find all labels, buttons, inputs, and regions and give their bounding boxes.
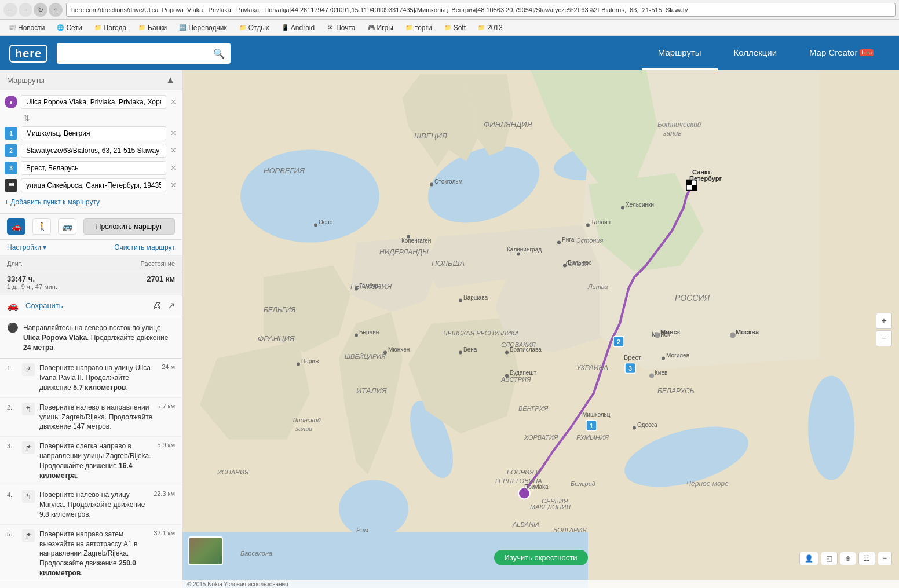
waypoint-close-1[interactable]: × [170,128,177,138]
svg-point-103 [563,264,567,268]
direction-item-5[interactable]: 6. ↑ Держитесь левой стороны в направлен… [0,583,182,588]
waypoint-close-2[interactable]: × [170,145,177,156]
svg-text:Петербург: Петербург [689,175,722,182]
bookmark-item-отдых[interactable]: 📁Отдых [235,23,273,33]
waypoint-row-4: ⛿ × [5,178,177,192]
bookmark-item-soft[interactable]: 📁Soft [440,23,469,33]
direction-dist-2: 5.9 км [157,441,175,448]
share-button[interactable]: ↗ [167,300,175,311]
waypoint-close-0[interactable]: × [170,97,177,107]
waypoint-input-0[interactable] [21,95,166,109]
bookmark-icon: 📁 [138,24,146,32]
nav-item-map creator[interactable]: Map Creatorbeta [793,36,890,70]
map-area[interactable]: 1 2 3 Санкт- Петербург Минск [182,70,899,588]
map-type-button[interactable]: ☷ [858,552,875,565]
collapse-button[interactable]: ▲ [166,75,175,85]
direction-item-0[interactable]: 1. ↱ Поверните направо на улицу Ulica Iv… [0,359,182,397]
nav-item-маршруты[interactable]: Маршруты [642,36,718,70]
bookmark-item-игры[interactable]: 🎮Игры [364,23,397,33]
compass-button[interactable]: ⊕ [840,552,856,565]
zoom-out-button[interactable]: − [876,330,892,346]
settings-link[interactable]: Настройки ▾ [7,243,46,251]
direction-item-3[interactable]: 4. ↰ Поверните налево на улицу Murvica. … [0,485,182,524]
svg-rect-19 [692,185,697,191]
start-instruction-text: Направляйтесь на северо-восток по улице … [23,323,175,352]
bookmark-item-новости[interactable]: 📰Новости [5,23,48,33]
route-options: 🚗 🚶 🚌 Проложить маршрут [0,214,182,240]
save-link[interactable]: Сохранить [25,301,63,310]
swap-button[interactable]: ⇅ [21,112,32,124]
route-actions: Настройки ▾ Очистить маршрут [0,240,182,255]
waypoint-input-3[interactable] [21,161,166,175]
svg-point-99 [633,426,636,430]
svg-text:РУМЫНИЯ: РУМЫНИЯ [576,434,609,441]
search-input[interactable] [63,49,213,58]
add-waypoint-link[interactable]: + Добавить пункт к маршруту [5,196,177,209]
waypoint-num-icon-1: 1 [5,127,17,140]
clear-route-link[interactable]: Очистить маршрут [114,243,175,251]
direction-dist-4: 32.1 км [154,529,175,536]
here-header: here 🔍 МаршрутыКоллекцииMap Creatorbeta [0,36,899,70]
bookmark-item-переводчик[interactable]: 🔤Переводчик [175,23,231,33]
svg-text:ПОЛЬША: ПОЛЬША [432,259,465,268]
car-mode-button[interactable]: 🚗 [7,218,25,235]
plan-route-button[interactable]: Проложить маршрут [83,218,175,235]
back-button[interactable]: ← [3,3,17,17]
direction-num-0: 1. [7,363,17,371]
svg-text:ФРАНЦИЯ: ФРАНЦИЯ [258,334,295,343]
svg-point-81 [459,299,462,302]
bookmark-item-2013[interactable]: 📁2013 [474,23,506,33]
waypoints: ● × ⇅ 1 × 2 × 3 × ⛿ × + Добавить пункт к… [0,90,182,214]
bookmark-item-банки[interactable]: 📁Банки [134,23,170,33]
svg-text:Эстония: Эстония [576,237,603,244]
direction-item-2[interactable]: 3. ↱ Поверните слегка направо в направле… [0,437,182,485]
person-view-button[interactable]: 👤 [799,552,818,565]
transit-mode-button[interactable]: 🚌 [58,218,76,235]
direction-text-0: Поверните направо на улицу Ulica Ivana P… [39,363,157,392]
svg-text:Калининград: Калининград [507,246,542,253]
bookmark-item-сети[interactable]: 🌐Сети [53,23,85,33]
distance-section: Расстояние [141,260,175,267]
reload-button[interactable]: ↻ [34,3,47,17]
duration-label: Длит. [7,260,23,267]
waypoint-close-4[interactable]: × [170,180,177,191]
svg-text:Вильнюс: Вильнюс [568,260,591,266]
print-button[interactable]: 🖨 [152,300,162,311]
svg-text:Одесса: Одесса [637,422,657,428]
nav-item-коллекции[interactable]: Коллекции [718,36,794,70]
search-button[interactable]: 🔍 [213,48,225,59]
waypoint-input-2[interactable] [21,144,166,158]
direction-arrow-0: ↱ [22,363,35,376]
bookmark-item-почта[interactable]: ✉Почта [323,23,359,33]
waypoint-close-3[interactable]: × [170,163,177,173]
home-button[interactable]: ⌂ [49,3,63,17]
direction-dist-0: 24 м [162,363,175,370]
svg-text:Могилёв: Могилёв [666,352,689,359]
waypoint-input-4[interactable] [21,178,166,192]
explore-area-button[interactable]: Изучить окрестности [494,550,588,565]
waypoint-input-1[interactable] [21,126,166,140]
tilt-button[interactable]: ◱ [821,552,838,565]
svg-text:Париж: Париж [301,358,319,364]
directions-list: 1. ↱ Поверните направо на улицу Ulica Iv… [0,359,182,588]
zoom-in-button[interactable]: + [876,313,892,329]
bookmark-item-android[interactable]: 📱Android [277,23,318,33]
map-thumbnail[interactable] [188,536,223,565]
svg-text:ИТАЛИЯ: ИТАЛИЯ [356,386,387,395]
direction-text-4: Поверните направо затем выезжайте на авт… [39,529,149,578]
direction-item-4[interactable]: 5. ↱ Поверните направо затем выезжайте н… [0,525,182,583]
direction-item-1[interactable]: 2. ↰ Поверните налево в направлении улиц… [0,398,182,437]
layers-button[interactable]: ≡ [878,552,892,565]
map-bottom-controls: 👤 ◱ ⊕ ☷ ≡ [799,552,892,565]
bookmark-item-погода[interactable]: 📁Погода [90,23,130,33]
walk-mode-button[interactable]: 🚶 [32,218,51,235]
svg-text:Москва: Москва [736,328,759,335]
direction-num-2: 3. [7,441,17,450]
bookmark-icon: 📁 [444,24,452,32]
waypoint-row-2: 2 × [5,144,177,158]
address-bar[interactable] [66,3,896,17]
svg-text:РОССИЯ: РОССИЯ [675,293,710,302]
search-box: 🔍 [57,43,231,64]
bookmark-item-торги[interactable]: 📁торги [401,23,436,33]
forward-button[interactable]: → [19,3,32,17]
